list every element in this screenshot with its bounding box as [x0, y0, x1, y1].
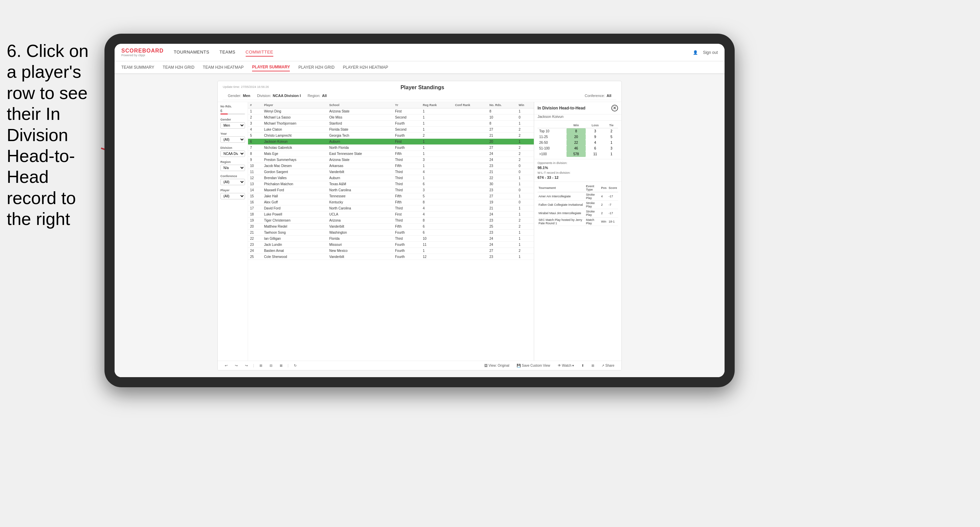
- redo-button-1[interactable]: ↪: [233, 363, 240, 368]
- redo-button-2[interactable]: ↪: [243, 363, 250, 368]
- h2h-close-button[interactable]: ×: [611, 105, 618, 111]
- share-btn[interactable]: ↗ Share: [600, 363, 616, 368]
- table-row[interactable]: 20 Matthew Riedel Vanderbilt Fifth 6 25 …: [248, 224, 534, 230]
- save-custom-view-btn[interactable]: 💾 Save Custom View: [515, 363, 552, 368]
- cell-win: 1: [517, 108, 534, 114]
- nav-item-committee[interactable]: COMMITTEE: [246, 48, 274, 57]
- nav-item-tournaments[interactable]: TOURNAMENTS: [174, 48, 210, 57]
- standings-table: # Player School Yr Reg Rank Conf Rank No…: [248, 102, 534, 260]
- nav-items: TOURNAMENTS TEAMS COMMITTEE: [174, 48, 693, 57]
- cell-rds: 21: [487, 133, 517, 139]
- h2h-table-container: Win Loss Tie Top 10 8 3 2 11-25 20 9 5 2…: [534, 121, 621, 159]
- tournaments-table: Tournament Event Type Pos Score Amer Am …: [538, 184, 618, 226]
- table-row[interactable]: 22 Ian Gilligan Florida Third 10 24 1: [248, 236, 534, 242]
- division-select[interactable]: NCAA Division I: [220, 151, 245, 157]
- table-row[interactable]: 2 Michael La Sasso Ole Miss Second 1 10 …: [248, 114, 534, 121]
- sub-nav-team-h2h-grid[interactable]: TEAM H2H GRID: [163, 63, 194, 71]
- toolbar-btn-1[interactable]: ⊞: [258, 363, 264, 368]
- no-rds-slider[interactable]: 6: [220, 109, 245, 114]
- cell-conf-rank: [453, 121, 487, 127]
- cell-rds: 24: [487, 211, 517, 217]
- table-row[interactable]: 11 Gordon Sargent Vanderbilt Third 4 21 …: [248, 169, 534, 175]
- player-select[interactable]: (All): [220, 193, 245, 199]
- region-select[interactable]: N/a: [220, 165, 245, 171]
- cell-win: 0: [517, 114, 534, 121]
- toolbar-icon-1[interactable]: ⬆: [579, 363, 586, 368]
- sub-nav-player-h2h-grid[interactable]: PLAYER H2H GRID: [298, 63, 334, 71]
- table-row[interactable]: 16 Alex Goff Kentucky Fifth 8 19 0: [248, 199, 534, 205]
- toolbar-btn-2[interactable]: ⊟: [267, 363, 274, 368]
- table-row[interactable]: 1 Wenyi Ding Arizona State First 1 8 1: [248, 108, 534, 114]
- table-row[interactable]: 19 Tiger Christensen Arizona Third 8 23 …: [248, 217, 534, 224]
- cell-rds: 23: [487, 230, 517, 236]
- sub-nav-team-h2h-heatmap[interactable]: TEAM H2H HEATMAP: [203, 63, 243, 71]
- t-pos: 2: [600, 201, 608, 209]
- table-row[interactable]: 12 Brendan Valles Auburn Third 1 22 1: [248, 175, 534, 181]
- table-row[interactable]: 6 Jackson Koivun Auburn First 1 20 1: [248, 139, 534, 145]
- cell-win: 0: [517, 187, 534, 193]
- h2h-range: >100: [538, 151, 566, 157]
- t-col-event-type: Event Type: [585, 184, 600, 192]
- cell-rds: 19: [487, 199, 517, 205]
- sub-nav-team-summary[interactable]: TEAM SUMMARY: [121, 63, 154, 71]
- col-school: School: [327, 102, 393, 108]
- cell-win: 2: [517, 145, 534, 151]
- toolbar-icon-2[interactable]: ⊞: [589, 363, 596, 368]
- table-row[interactable]: 8 Mats Ege East Tennessee State Fifth 1 …: [248, 151, 534, 157]
- cell-num: 10: [248, 163, 262, 169]
- record-section: Opponents in division: 98.1% W-L-T recor…: [534, 159, 621, 182]
- cell-rds: 23: [487, 163, 517, 169]
- watch-btn[interactable]: 👁 Watch ▾: [556, 363, 576, 368]
- cell-reg-rank: 4: [421, 169, 453, 175]
- cell-yr: Third: [393, 181, 421, 187]
- filter-gender: Gender: Men: [228, 94, 250, 98]
- conference-select[interactable]: (All): [220, 179, 245, 185]
- cell-yr: Third: [393, 236, 421, 242]
- year-select[interactable]: (All): [220, 137, 245, 143]
- cell-yr: Fourth: [393, 145, 421, 151]
- cell-num: 6: [248, 139, 262, 145]
- cell-conf-rank: [453, 145, 487, 151]
- h2h-panel: In Division Head-to-Head × Jackson Koivu…: [534, 102, 621, 361]
- h2h-col-tie: Tie: [605, 122, 618, 128]
- refresh-button[interactable]: ↻: [292, 363, 299, 368]
- toolbar-btn-3[interactable]: ⊠: [278, 363, 285, 368]
- h2h-loss: 11: [586, 151, 605, 157]
- table-row[interactable]: 21 Taehoon Song Washington Fourth 6 23 1: [248, 230, 534, 236]
- cell-yr: Third: [393, 187, 421, 193]
- h2h-tie: 1: [605, 151, 618, 157]
- table-row[interactable]: 10 Jacob Mac Diesen Arkansas Fifth 1 23 …: [248, 163, 534, 169]
- view-original-btn[interactable]: 🖼 View: Original: [482, 363, 512, 368]
- sub-nav-player-h2h-heatmap[interactable]: PLAYER H2H HEATMAP: [343, 63, 388, 71]
- table-row[interactable]: 14 Maxwell Ford North Carolina Third 3 2…: [248, 187, 534, 193]
- filter-gender-value: Men: [243, 94, 250, 98]
- cell-rds: 24: [487, 242, 517, 248]
- filter-region-value: All: [322, 94, 327, 98]
- table-row[interactable]: 15 Jake Hall Tennessee Fifth 5 27 1: [248, 193, 534, 199]
- nav-item-teams[interactable]: TEAMS: [220, 48, 235, 57]
- table-row[interactable]: 24 Bastien Amat New Mexico Fourth 1 27 2: [248, 248, 534, 254]
- table-row[interactable]: 4 Luke Claton Florida State Second 1 27 …: [248, 127, 534, 133]
- cell-reg-rank: 1: [421, 114, 453, 121]
- cell-rds: 23: [487, 217, 517, 224]
- cell-school: Kentucky: [327, 199, 393, 205]
- undo-button[interactable]: ↩: [223, 363, 229, 368]
- cell-num: 22: [248, 236, 262, 242]
- cell-yr: Second: [393, 127, 421, 133]
- cell-yr: Fifth: [393, 199, 421, 205]
- table-row[interactable]: 3 Michael Thorbjornsen Stanford Fourth 1…: [248, 121, 534, 127]
- h2h-tie: 1: [605, 140, 618, 146]
- table-row[interactable]: 9 Preston Summerhays Arizona State Third…: [248, 157, 534, 163]
- table-row[interactable]: 5 Christo Lamprecht Georgia Tech Fourth …: [248, 133, 534, 139]
- table-row[interactable]: 17 David Ford North Carolina Third 4 21 …: [248, 205, 534, 211]
- table-row[interactable]: 23 Jack Lundin Missouri Fourth 11 24 1: [248, 242, 534, 248]
- gender-select[interactable]: Men: [220, 122, 245, 129]
- table-row[interactable]: 18 Luke Powell UCLA First 4 24 1: [248, 211, 534, 217]
- sign-out-btn[interactable]: Sign out: [703, 50, 718, 55]
- table-row[interactable]: 25 Cole Sherwood Vanderbilt Fourth 12 23…: [248, 254, 534, 260]
- table-row[interactable]: 7 Nicholas Gabrelcik North Florida Fourt…: [248, 145, 534, 151]
- sub-nav-player-summary[interactable]: PLAYER SUMMARY: [252, 63, 290, 71]
- table-row[interactable]: 13 Phichaksn Maichon Texas A&M Third 6 3…: [248, 181, 534, 187]
- cell-num: 9: [248, 157, 262, 163]
- cell-num: 23: [248, 242, 262, 248]
